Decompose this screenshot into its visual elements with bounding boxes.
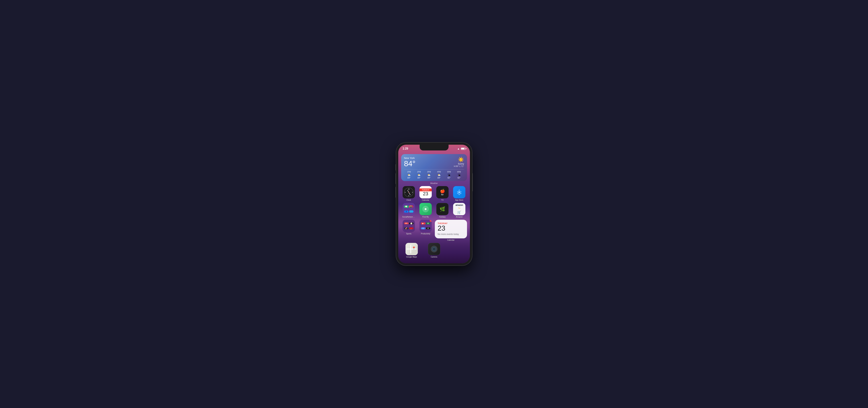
productivity-badge: 1: [430, 220, 432, 222]
weather-sun-icon: ☀️: [454, 157, 464, 163]
app-googlemaps[interactable]: 📍 Google Maps: [401, 243, 422, 258]
fantasy-icon[interactable]: 🌿: [436, 203, 448, 215]
weather-hour-4: 4PM ⛅ 84°: [434, 171, 444, 179]
amazon-arrow-icon: 〜: [458, 207, 461, 210]
findmy-circle: [422, 206, 429, 212]
calendar-label: Calendar: [422, 199, 429, 201]
prod-sub-3: G: [421, 227, 425, 229]
clock-minute-hand: [409, 192, 410, 195]
bottom-app-row: 📍 Google Maps Camera: [401, 243, 467, 258]
calendar-widget-app[interactable]: TUESDAY 23 No more events today Calendar: [435, 220, 467, 241]
sports-sub-1: BR: [404, 222, 409, 224]
cal-widget-num: 23: [438, 225, 464, 232]
social-twitter-icon: 🐦: [409, 210, 414, 213]
camera-lens: [431, 246, 437, 252]
hour-time-1: 1PM: [404, 171, 414, 173]
app-social-folder[interactable]: 💬 📸 f 🐦 SocialNetworki...: [401, 203, 416, 218]
calendar-app-icon[interactable]: Tuesday 23: [420, 186, 432, 198]
tv-text: tv: [441, 193, 444, 196]
screen-content: New York 84° ☀️ Sunny H:89° L:71° 1PM ⛅: [398, 153, 470, 263]
weather-hour-6: 6PM 🌤 82°: [454, 171, 464, 179]
tv-label: TV: [441, 199, 444, 201]
appstore-label: App Store: [455, 199, 463, 201]
clock-face: 12 3 6 9: [404, 188, 413, 197]
fantasy-leaf-icon: 🌿: [439, 206, 445, 212]
app-clock[interactable]: 12 3 6 9 Clock: [401, 186, 416, 201]
weather-highlow: H:89° L:71°: [454, 165, 464, 167]
clock-label: Clock: [406, 199, 411, 201]
appstore-svg: A: [455, 188, 463, 196]
weather-widget[interactable]: New York 84° ☀️ Sunny H:89° L:71° 1PM ⛅: [401, 154, 467, 181]
prod-sub-4: A: [426, 227, 431, 229]
sports-sub-4: 🏒: [409, 227, 414, 229]
hour-icon-1: ⛅: [404, 174, 414, 176]
hour-temp-5: 82°: [444, 177, 454, 179]
cal-widget-events: No more events today: [438, 233, 464, 236]
status-time: 1:29: [403, 147, 408, 150]
app-camera[interactable]: Camera: [424, 243, 444, 258]
googlemaps-label: Google Maps: [406, 256, 417, 258]
hour-time-4: 4PM: [434, 171, 444, 173]
amazon-text: amazon: [456, 204, 463, 206]
app-findmy[interactable]: Find My: [418, 203, 433, 218]
maps-mini-map: 📍: [405, 243, 418, 255]
productivity-folder-icon[interactable]: 1 ▶ M G A: [420, 220, 432, 232]
appstore-icon[interactable]: A: [453, 186, 465, 198]
social-folder-icon[interactable]: 💬 📸 f 🐦: [403, 203, 415, 215]
weather-top: New York 84° ☀️ Sunny H:89° L:71°: [404, 157, 464, 167]
amazon-logo: amazon 〜 🛒: [456, 204, 463, 214]
app-productivity-folder[interactable]: 1 ▶ M G A Productivity: [418, 220, 433, 241]
power-button[interactable]: [472, 173, 473, 191]
calendar-widget[interactable]: TUESDAY 23 No more events today: [435, 220, 467, 238]
camera-label: Camera: [431, 256, 437, 258]
tv-icon[interactable]: 🍎 tv: [436, 186, 448, 198]
hour-time-3: 3PM: [424, 171, 434, 173]
cal-widget-label: Calendar: [447, 239, 455, 241]
hour-temp-2: 84°: [414, 177, 424, 179]
weather-hourly: 1PM ⛅ 84° 2PM ⛅ 84° 3PM ⛅ 84°: [404, 169, 464, 179]
googlemaps-icon[interactable]: 📍: [405, 243, 418, 255]
social-facebook-icon: f: [404, 211, 409, 213]
app-tv[interactable]: 🍎 tv TV: [435, 186, 450, 201]
social-whatsapp-icon: 💬: [404, 206, 409, 208]
amazon-icon[interactable]: amazon 〜 🛒: [453, 203, 465, 215]
weather-temperature: 84°: [404, 160, 415, 167]
camera-lens-inner: [432, 247, 436, 251]
cal-widget-day: TUESDAY: [438, 222, 464, 224]
hour-temp-6: 82°: [454, 177, 464, 179]
productivity-label: Productivity: [421, 233, 430, 235]
findmy-icon[interactable]: [420, 203, 432, 215]
weather-widget-label: Weather: [401, 182, 467, 184]
wifi-icon: ▲: [457, 147, 460, 150]
calendar-date: 23: [423, 191, 428, 196]
social-label: SocialNetworki...: [402, 216, 415, 218]
app-amazon[interactable]: amazon 〜 🛒 Amazon: [452, 203, 467, 218]
weather-hour-1: 1PM ⛅ 84°: [404, 171, 414, 179]
battery-icon: [461, 148, 466, 150]
amazon-cart-icon: 🛒: [457, 210, 461, 214]
app-calendar[interactable]: Tuesday 23 Calendar: [418, 186, 433, 201]
volume-down-button[interactable]: [395, 187, 396, 198]
hour-time-6: 6PM: [454, 171, 464, 173]
volume-up-button[interactable]: [395, 173, 396, 184]
weather-hour-2: 2PM ⛅ 84°: [414, 171, 424, 179]
prod-sub-2: M: [426, 222, 431, 224]
hour-temp-3: 84°: [424, 177, 434, 179]
hour-icon-4: ⛅: [434, 174, 444, 176]
hour-icon-5: 🌤: [444, 174, 454, 176]
hour-icon-6: 🌤: [454, 174, 464, 176]
camera-icon[interactable]: [428, 243, 440, 255]
hour-icon-3: ⛅: [424, 174, 434, 176]
sports-folder-icon[interactable]: BR ⚾ 🏈 🏒: [403, 220, 415, 232]
prod-sub-1: ▶: [421, 222, 425, 224]
social-instagram-icon: 📸: [409, 206, 414, 208]
app-fantasy[interactable]: 🌿 Fantasy: [435, 203, 450, 218]
app-appstore[interactable]: A App Store: [452, 186, 467, 201]
app-sports-folder[interactable]: BR ⚾ 🏈 🏒 Sports: [401, 220, 416, 241]
status-icons: ▲: [457, 147, 466, 150]
svg-text:A: A: [458, 191, 460, 194]
clock-icon[interactable]: 12 3 6 9: [403, 186, 415, 198]
hour-temp-1: 84°: [404, 177, 414, 179]
fantasy-inner: 🌿: [436, 203, 448, 215]
weather-hour-3: 3PM ⛅ 84°: [424, 171, 434, 179]
